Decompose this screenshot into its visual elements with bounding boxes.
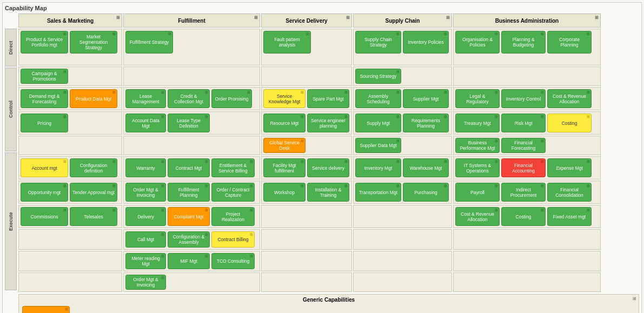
cap-it-systems[interactable]: IT Systems & Operations ⊞ [455,158,500,177]
cap-order-mgt-invoicing[interactable]: Order Mgt & Invoicing ⊞ [125,183,166,202]
cap-service-engineer-planning[interactable]: Service engineer planning ⊞ [307,114,349,132]
cap-tco-consulting[interactable]: TCO Consulting ⊞ [211,253,255,269]
service-control2-cell: Resource Mgt ⊞ Service engineer planning… [261,111,352,135]
cap-expense-mgt[interactable]: Expense Mgt ⊞ [547,158,592,177]
cap-call-mgt[interactable]: Call Mgt ⊞ [125,231,166,248]
cap-commissions[interactable]: Commissions ⊞ [21,207,68,226]
cap-cost-revenue-alloc-1[interactable]: Cost & Revenue Allocation ⊞ [547,89,592,108]
cap-spare-part[interactable]: Spare Part Mgt ⊞ [307,89,349,108]
expand-icon-business[interactable]: ⊞ [595,15,599,20]
cap-requirements-planning[interactable]: Requirements Planning ⊞ [403,114,449,132]
business-execute6-cell [453,272,601,292]
cap-account-mgt[interactable]: Account mgt ⊞ [21,158,68,177]
supply-direct2-cell: Sourcing Strategy ⊞ [353,66,452,86]
cap-mif-mgt[interactable]: MIF Mgt ⊞ [168,253,210,269]
cap-installation-training[interactable]: Installation & Training ⊞ [307,183,349,202]
cap-contract-mgt[interactable]: Contract Mgt ⊞ [168,158,210,177]
cap-costing-1[interactable]: Costing ⊞ [547,114,592,132]
cap-financial-forecasting[interactable]: Financial Forecasting ⊞ [501,138,546,153]
cap-assembly-scheduling[interactable]: Assembly Scheduling ⊞ [355,89,401,108]
cap-supplier-mgt[interactable]: Supplier Mgt ⊞ [403,89,449,108]
cap-costing-2[interactable]: Costing ⊞ [501,207,546,226]
cap-treasury-mgt[interactable]: Treasury Mgt ⊞ [455,114,500,132]
expand-icon-sales[interactable]: ⊞ [116,15,120,20]
cap-global-service-desk[interactable]: Global Service Desk ⊞ [263,138,306,153]
expand-icon-supply[interactable]: ⊞ [446,15,450,20]
cap-financial-consolidation[interactable]: Financial Consolidation ⊞ [547,183,592,202]
cap-inventory-mgt[interactable]: Inventory Mgt ⊞ [355,158,401,177]
cap-fulfillment-planning[interactable]: Fulfillment Planning ⊞ [168,183,210,202]
sales-control3-cell [18,136,122,155]
col-header-sales: Sales & Marketing ⊞ [18,14,122,28]
cap-supplier-data-mgt[interactable]: Supplier Data Mgt ⊞ [355,138,401,153]
cap-credit-collection[interactable]: Credit & Collection Mgt ⊞ [168,89,210,108]
supply-execute4-cell [353,229,452,250]
cap-supply-mgt[interactable]: Supply Mgt ⊞ [355,114,401,132]
cap-fault-pattern[interactable]: Fault pattern analysis ⊞ [263,31,311,54]
cap-product-service[interactable]: Product & Service Portfolio mgt ⊞ [21,31,68,54]
cap-market-seg[interactable]: Market Segmentation Strategy ⊞ [70,31,117,54]
business-execute5-cell [453,251,601,271]
cap-inventory-policies[interactable]: Inventory Policies ⊞ [403,31,449,54]
cap-complaint-mgt[interactable]: Complaint Mgt ⊞ [168,207,210,226]
service-execute6-cell [261,272,352,292]
cap-delivery[interactable]: Delivery ⊞ [125,207,166,226]
cap-order-mgt-invoicing-2[interactable]: Order Mgt & Invoicing ⊞ [125,275,166,290]
cap-inventory-control[interactable]: Inventory Control ⊞ [501,89,546,108]
cap-order-contract-capture[interactable]: Order / Contract Capture ⊞ [211,183,255,202]
cap-config-assembly[interactable]: Configuration & Assembly ⊞ [168,231,210,248]
cap-facility-mgt[interactable]: Facility Mgt fulfillment ⊞ [263,158,306,177]
cap-supply-chain-strategy[interactable]: Supply Chain Strategy ⊞ [355,31,401,54]
cap-service-delivery[interactable]: Service delivery ⊞ [307,158,349,177]
cap-business-perf-mgt[interactable]: Business Performance Mgt ⊞ [455,138,500,153]
cap-config-definition[interactable]: Configuration definition ⊞ [70,158,117,177]
expand-icon-generic[interactable]: ⊞ [633,296,636,301]
cap-campaign-promotions[interactable]: Campaign & Promotions ⊞ [21,69,68,84]
cap-sourcing-strategy[interactable]: Sourcing Strategy ⊞ [355,69,401,84]
cap-service-knowledge[interactable]: Service Knowledge Mgt ⊞ [263,89,306,108]
cap-indirect-procurement[interactable]: Indirect Procurement ⊞ [501,183,546,202]
cap-order-promising[interactable]: Order Promising ⊞ [211,89,252,108]
cap-lease-management[interactable]: Lease Management ⊞ [125,89,166,108]
cap-gdpr-compliance[interactable]: GDPR Compliance ⊞ [22,306,70,313]
service-execute2-cell: Workshop ⊞ Installation & Training ⊞ [261,181,352,204]
service-execute5-cell [261,251,352,271]
cap-warranty[interactable]: Warranty ⊞ [125,158,166,177]
cap-demand-forecasting[interactable]: Demand mgt & Forecasting ⊞ [21,89,68,108]
cap-purchasing[interactable]: Purchasing ⊞ [403,183,449,202]
expand-icon-fulfillment[interactable]: ⊞ [254,15,258,20]
cap-product-data-mgt[interactable]: Product Data Mgt ⊞ [70,89,117,108]
cap-warehouse-mgt[interactable]: Warehouse Mgt ⊞ [403,158,449,177]
cap-project-realization[interactable]: Project Realization ⊞ [211,207,255,226]
cap-payroll[interactable]: Payroll ⊞ [455,183,500,202]
cap-tender-approval[interactable]: Tender Approval mgt ⊞ [70,183,117,202]
cap-resource-mgt[interactable]: Resource Mgt ⊞ [263,114,306,132]
service-control-cell: Service Knowledge Mgt ⊞ Spare Part Mgt ⊞ [261,87,352,110]
cap-risk-mgt[interactable]: Risk Mgt ⊞ [501,114,546,132]
cap-financial-accounting[interactable]: Financial Accounting ⊞ [501,158,546,177]
cap-legal-regulatory[interactable]: Legal & Regulatory ⊞ [455,89,500,108]
cap-entitlement-billing[interactable]: Entitlement & Service Billing ⊞ [211,158,255,177]
cap-cost-revenue-alloc-2[interactable]: Cost & Revenue Allocation ⊞ [455,207,500,226]
service-direct-cell: Fault pattern analysis ⊞ [261,29,352,65]
cap-workshop[interactable]: Workshop ⊞ [263,183,306,202]
cap-telesales[interactable]: Telesales ⊞ [70,207,117,226]
cap-pricing[interactable]: Pricing ⊞ [21,114,68,132]
cap-fixed-asset-mgt[interactable]: Fixed Asset mgt ⊞ [547,207,592,226]
sales-direct2-cell: Campaign & Promotions ⊞ [18,66,122,86]
cap-corporate-planning[interactable]: Corporate Planning ⊞ [547,31,592,54]
cap-fulfillment-strategy[interactable]: Fulfillment Strategy ⊞ [125,31,173,54]
expand-icon-service[interactable]: ⊞ [346,15,350,20]
supply-control-cell: Assembly Scheduling ⊞ Supplier Mgt ⊞ [353,87,452,110]
row-label-direct: Direct [5,29,17,66]
business-execute-cell: IT Systems & Operations ⊞ Financial Acco… [453,156,601,179]
cap-planning-budgeting[interactable]: Planning & Budgeting ⊞ [501,31,546,54]
cap-lease-type[interactable]: Lease Type Definition ⊞ [168,114,210,132]
business-control-cell: Legal & Regulatory ⊞ Inventory Control ⊞… [453,87,601,110]
cap-organisation-policies[interactable]: Organisation & Policies ⊞ [455,31,500,54]
cap-contract-billing[interactable]: Contract Billing ⊞ [211,231,255,248]
cap-transportation-mgt[interactable]: Transportation Mgt ⊞ [355,183,401,202]
cap-opportunity-mgt[interactable]: Opportunity mgt ⊞ [21,183,68,202]
cap-meter-reading-mgt[interactable]: Meter reading Mgt ⊞ [125,253,166,269]
cap-account-data-mgt[interactable]: Account Data Mgt ⊞ [125,114,166,132]
